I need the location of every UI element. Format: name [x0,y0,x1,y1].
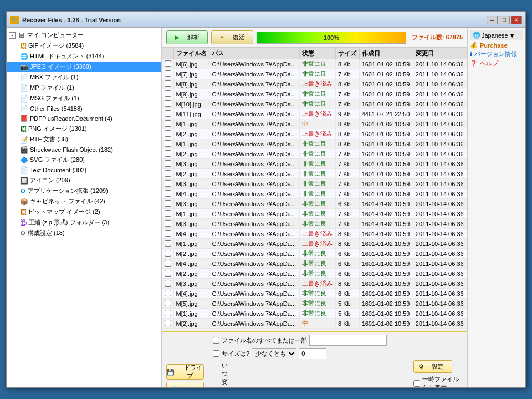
sidebar-item-4[interactable]: 📄MP ファイル (1) [7,83,161,93]
tree-expand-root[interactable]: - [9,32,16,39]
row-filename: M[3].jpg [173,199,209,209]
row-checkbox[interactable] [165,190,171,197]
hide-temp-checkbox[interactable] [413,380,420,387]
sidebar-item-5[interactable]: 📄MSG ファイル (1) [7,93,161,104]
file-type-icon: 📄 [20,105,28,112]
type-button[interactable]: 📄 種類 [166,382,204,387]
drive-button[interactable]: 💾 ドライブ [166,364,204,380]
row-checkbox[interactable] [165,80,171,87]
sidebar-item-14[interactable]: ⚙アプリケーション拡張 (1209) [7,186,161,196]
filter-size-input[interactable] [299,348,326,359]
col-path: パス [209,48,300,59]
row-checkbox[interactable] [165,70,171,77]
row-checkbox[interactable] [165,170,171,177]
filter-filename-checkbox[interactable] [213,337,219,344]
window-controls: ─ □ ✕ [487,16,522,24]
purchase-label: Purchase [480,42,508,49]
sidebar-item-2[interactable]: 📷JPEG イメージ (3368) [7,62,161,72]
analyze-button[interactable]: ▶ 解析 [166,30,208,44]
drive-icon: 💾 [167,369,175,376]
row-checkbox[interactable] [165,290,171,296]
row-created: 1601-01-02 10:59 [359,269,413,279]
sidebar-item-8[interactable]: 🖼PNG イメージ (1301) [7,124,161,134]
sidebar-item-9[interactable]: 📝RTF 文書 (36) [7,134,161,145]
filter-filename-input[interactable] [309,335,387,346]
version-button[interactable]: ℹ バージョン情報 [470,50,523,58]
file-table: ファイル名 パス 状態 サイズ 作成日 変更日 M[6].jpg C:\User… [162,48,467,329]
row-filename: M[11].jpg [173,109,209,119]
row-checkbox[interactable] [165,60,171,67]
sidebar-item-6[interactable]: 📄Other Files (54188) [7,104,161,114]
settings-button[interactable]: ⚙ 設定 [413,360,452,373]
row-size: 6 Kb [336,199,360,209]
sidebar-item-1[interactable]: 🌐HTML ドキュメント (3144) [7,51,161,62]
row-checkbox[interactable] [165,150,171,157]
sidebar-root[interactable]: - 🖥 マイ コンピューター [7,30,161,40]
row-status: 非常に良 [300,149,336,159]
file-type-icon: 🔲 [20,177,28,185]
row-checkbox[interactable] [165,100,171,107]
row-checkbox[interactable] [165,320,171,326]
row-created: 1601-01-02 10:59 [359,319,413,329]
purchase-button[interactable]: 💰 Purchase [470,42,523,49]
row-checkbox[interactable] [165,120,171,127]
row-size: 7 Kb [336,69,360,79]
sidebar-item-17[interactable]: 🗜圧縮 (zip 形式) フォルダー (3) [7,217,161,228]
sidebar-item-12[interactable]: 📄Text Document (302) [7,165,161,175]
row-checkbox-cell [162,309,174,319]
sidebar-item-0[interactable]: 🖼GIF イメージ (3584) [7,40,161,51]
row-checkbox[interactable] [165,270,171,277]
row-modified: 2011-10-14 06:36 [413,79,467,89]
row-checkbox[interactable] [165,240,171,247]
filter-size-checkbox[interactable] [213,350,219,357]
row-path: C:\Users¥Windows 7¥AppDa... [209,309,300,319]
sidebar-item-label: PDFPlusReader.Document (4) [30,115,112,122]
row-checkbox[interactable] [165,280,171,287]
row-checkbox[interactable] [165,310,171,316]
row-checkbox[interactable] [165,130,171,137]
maximize-button[interactable]: □ [499,16,510,24]
sidebar-item-label: Other Files (54188) [30,105,83,112]
sidebar-item-15[interactable]: 📦キャビネット ファイル (42) [7,196,161,207]
sidebar-item-13[interactable]: 🔲アイコン (209) [7,175,161,186]
row-checkbox[interactable] [165,210,171,217]
sidebar-item-16[interactable]: 🖼ビットマップ イメージ (2) [7,207,161,217]
row-checkbox[interactable] [165,200,171,207]
sidebar-item-label: MBX ファイル (1) [30,73,78,81]
sidebar-item-11[interactable]: 🔷SVG ファイル (280) [7,155,161,165]
row-checkbox[interactable] [165,260,171,267]
row-checkbox[interactable] [165,220,171,227]
row-status: 上書き済み [300,239,336,249]
row-checkbox[interactable] [165,160,171,167]
row-size: 5 Kb [336,309,360,319]
sidebar-item-7[interactable]: 📕PDFPlusReader.Document (4) [7,114,161,124]
row-size: 7 Kb [336,89,360,99]
row-checkbox[interactable] [165,90,171,97]
row-status: 非常に良 [300,269,336,279]
sidebar-item-label: JPEG イメージ (3368) [30,63,91,71]
help-button[interactable]: ❓ ヘルプ [470,59,523,68]
sidebar-item-10[interactable]: 🎬Shockwave Flash Object (182) [7,145,161,155]
row-checkbox[interactable] [165,250,171,257]
row-modified: 2011-10-14 06:36 [413,59,467,69]
table-row: M[1].jpg C:\Users¥Windows 7¥AppDa... 上書き… [162,239,467,249]
row-checkbox-cell [162,199,174,209]
row-checkbox[interactable] [165,140,171,147]
row-size: 8 Kb [336,229,360,239]
row-status: 上書き済み [300,79,336,89]
table-row: M[8].jpg C:\Users¥Windows 7¥AppDa... 上書き… [162,79,467,89]
row-checkbox[interactable] [165,230,171,237]
row-checkbox[interactable] [165,300,171,306]
recover-button[interactable]: ✦ 復活 [211,30,253,44]
close-button[interactable]: ✕ [511,16,522,24]
row-filename: M[2].jpg [173,149,209,159]
row-path: C:\Users¥Windows 7¥AppDa... [209,229,300,239]
filter-size-select[interactable]: 少なくとも [252,348,296,359]
sidebar-item-18[interactable]: ⚙構成設定 (18) [7,228,161,238]
sidebar-item-3[interactable]: 📄MBX ファイル (1) [7,72,161,83]
row-checkbox[interactable] [165,110,171,117]
minimize-button[interactable]: ─ [487,16,498,24]
language-button[interactable]: 🌐 Japanese ▼ [470,30,523,40]
chevron-down-icon: ▼ [509,32,515,39]
row-checkbox[interactable] [165,180,171,187]
